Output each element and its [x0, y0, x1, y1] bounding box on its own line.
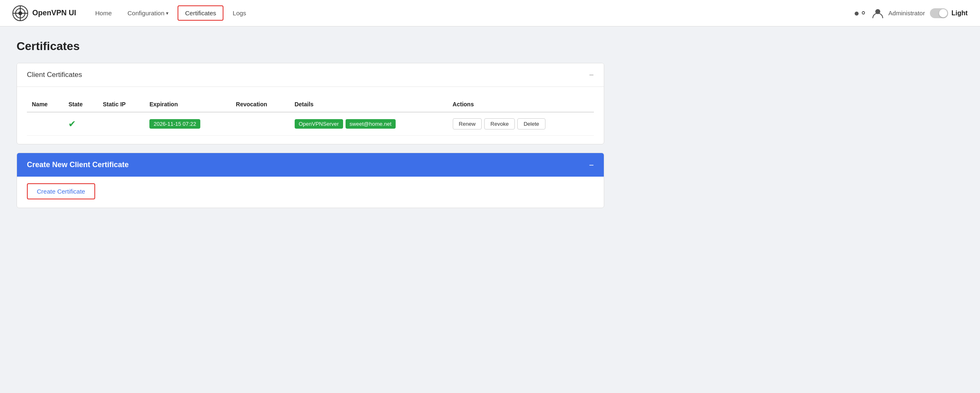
nav-certificates[interactable]: Certificates — [178, 5, 223, 21]
page-content: Certificates Client Certificates − Name … — [0, 26, 621, 230]
toggle-knob — [939, 9, 947, 17]
state-check-icon: ✔︎ — [68, 119, 76, 129]
create-certificate-card: Create New Client Certificate − Create C… — [17, 153, 604, 208]
col-state: State — [63, 97, 98, 112]
cell-details: OpenVPNServer sweet@home.net — [290, 112, 448, 136]
brand-logo-icon — [12, 5, 28, 21]
cell-expiration: 2026-11-15 07:22 — [144, 112, 231, 136]
nav-links: Home Configuration ▾ Certificates Logs — [89, 5, 854, 21]
col-actions: Actions — [448, 97, 594, 112]
cell-static-ip — [98, 112, 144, 136]
theme-label: Light — [951, 10, 968, 17]
client-certificates-collapse-btn[interactable]: − — [589, 71, 594, 79]
client-certificates-header: Client Certificates − — [17, 63, 604, 87]
table-body: ✔︎ 2026-11-15 07:22 OpenVPNServer sweet@… — [27, 112, 594, 136]
nav-logs[interactable]: Logs — [226, 6, 253, 20]
theme-toggle-wrap: Light — [930, 8, 968, 18]
detail-badge-server: OpenVPNServer — [295, 119, 343, 129]
delete-button[interactable]: Delete — [517, 118, 545, 129]
cell-state: ✔︎ — [63, 112, 98, 136]
table-row: ✔︎ 2026-11-15 07:22 OpenVPNServer sweet@… — [27, 112, 594, 136]
col-expiration: Expiration — [144, 97, 231, 112]
client-certificates-title: Client Certificates — [27, 71, 82, 79]
create-certificate-header: Create New Client Certificate − — [17, 153, 604, 177]
col-name: Name — [27, 97, 63, 112]
revoke-button[interactable]: Revoke — [484, 118, 515, 129]
col-revocation: Revocation — [231, 97, 290, 112]
certificates-table: Name State Static IP Expiration Revocati… — [27, 97, 594, 136]
create-certificate-collapse-btn[interactable]: − — [589, 161, 594, 169]
detail-badge-email: sweet@home.net — [346, 119, 396, 129]
chevron-down-icon: ▾ — [166, 10, 168, 16]
client-certificates-card: Client Certificates − Name State Static … — [17, 63, 604, 144]
nav-home[interactable]: Home — [89, 6, 118, 20]
cell-name — [27, 112, 63, 136]
brand-name: OpenVPN UI — [32, 9, 76, 17]
action-buttons: Renew Revoke Delete — [453, 118, 589, 129]
table-header-row: Name State Static IP Expiration Revocati… — [27, 97, 594, 112]
col-details: Details — [290, 97, 448, 112]
admin-label: Administrator — [889, 10, 925, 17]
expiration-badge: 2026-11-15 07:22 — [149, 119, 200, 129]
create-certificate-body: Create Certificate — [17, 177, 604, 208]
create-certificate-title: Create New Client Certificate — [27, 161, 129, 169]
cell-revocation — [231, 112, 290, 136]
table-head: Name State Static IP Expiration Revocati… — [27, 97, 594, 112]
create-certificate-button[interactable]: Create Certificate — [27, 183, 95, 199]
nav-right: ●⚬ Administrator Light — [854, 7, 968, 19]
nav-configuration[interactable]: Configuration ▾ — [121, 6, 175, 20]
client-certificates-body: Name State Static IP Expiration Revocati… — [17, 87, 604, 144]
cell-actions: Renew Revoke Delete — [448, 112, 594, 136]
col-static-ip: Static IP — [98, 97, 144, 112]
navbar: OpenVPN UI Home Configuration ▾ Certific… — [0, 0, 980, 26]
brand-link[interactable]: OpenVPN UI — [12, 5, 76, 21]
theme-toggle[interactable] — [930, 8, 948, 18]
page-title: Certificates — [17, 40, 604, 53]
user-icon: ●⚬ — [854, 8, 867, 19]
user-avatar-icon — [872, 7, 884, 19]
renew-button[interactable]: Renew — [453, 118, 482, 129]
